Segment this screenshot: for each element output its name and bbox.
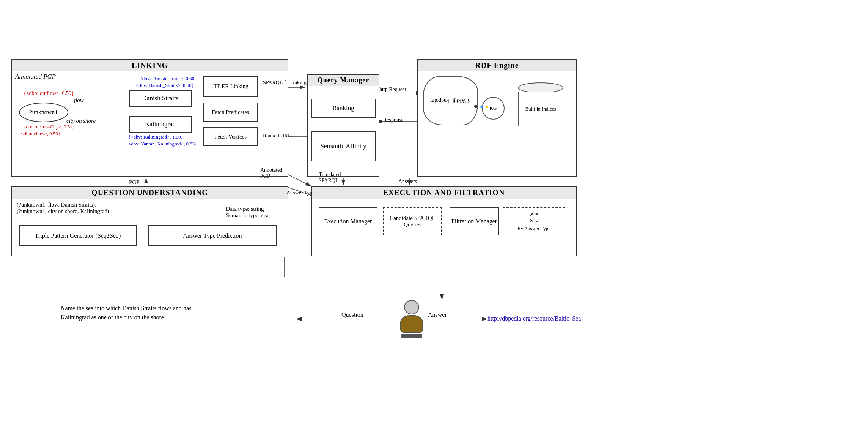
unknown1-label: ?unknown1 xyxy=(30,109,58,116)
answer-label: Answer xyxy=(428,311,447,318)
sparql-endpoint-box: SPARQL Endpoint xyxy=(423,76,478,125)
linking-title: LINKING xyxy=(12,60,288,71)
semantic-type-text: Semantic type: sea xyxy=(226,212,269,219)
jit-er-box: JIT ER Linking xyxy=(203,76,258,97)
answer-url: http://dbpedia.org/resource/Baltic_Sea xyxy=(487,315,581,322)
kaliningrad-box: Kaliningrad xyxy=(129,116,192,133)
tpg-label: Triple Pattern Generator (Seq2Seq) xyxy=(35,232,121,239)
pgp-label: PGP xyxy=(129,179,140,186)
atp-box: Answer Type Prediction xyxy=(148,225,277,246)
ranked-uris-label: Ranked URIs xyxy=(263,133,292,139)
tpg-box: Triple Pattern Generator (Seq2Seq) xyxy=(19,225,137,246)
http-request-label: http Request xyxy=(379,87,406,93)
question-label: Question xyxy=(341,311,363,318)
sparql-linking-label: SPARQL for linking xyxy=(263,80,307,86)
built-in-indices-label: Built-in Indices xyxy=(525,106,556,112)
question-text: Name the sea into which Danish Straits f… xyxy=(61,304,212,322)
unknown1-oval: ?unknown1 xyxy=(19,103,68,122)
by-answer-type-content: ✕ ≡ ✕ ≡ By Answer Type xyxy=(516,210,552,233)
dbv-kalinin-annotation: {<dbv: Kaliningrad>, 1.00,<dbv: Yantar,_… xyxy=(128,134,197,147)
kaliningrad-label: Kaliningrad xyxy=(145,120,176,128)
rdf-title: RDF Engine xyxy=(418,60,576,71)
filtration-manager-label: Filtration Manager xyxy=(451,218,497,225)
kg-label: KG xyxy=(490,105,497,111)
ranking-box: Ranking xyxy=(311,99,376,118)
translated-sparql-label: TranslatedSPARQL xyxy=(319,172,341,184)
execution-manager-label: Execution Manager xyxy=(324,218,372,225)
person-figure xyxy=(396,300,427,338)
outflow-annotation: {<dbp: outflow>, 0.59} xyxy=(24,90,74,96)
danish-straits-label: Danish Straits xyxy=(142,95,179,102)
jit-er-label: JIT ER Linking xyxy=(213,83,248,90)
by-answer-type-box: ✕ ≡ ✕ ≡ By Answer Type xyxy=(503,207,565,235)
qu-title: QUESTION UNDERSTANDING xyxy=(12,187,288,199)
response-label: Response xyxy=(383,117,404,123)
kg-dots: ● ● ● xyxy=(473,102,489,111)
qm-title: Query Manager xyxy=(308,75,379,86)
candidate-sparql-label: Candidate SPARQL Queries xyxy=(384,215,441,228)
candidate-sparql-box: Candidate SPARQL Queries xyxy=(383,207,442,235)
person-body xyxy=(400,315,423,333)
built-in-indices-cylinder: Built-in Indices xyxy=(516,80,565,129)
sparql-endpoint-label: SPARQL Endpoint xyxy=(430,98,471,104)
annotated-pgp-arrow-label: AnnotatedPGP xyxy=(260,167,282,179)
ranking-label: Ranking xyxy=(332,104,354,112)
semantic-affinity-label: Semantic Affinity xyxy=(320,142,366,150)
cylinder-body: Built-in Indices xyxy=(518,92,563,126)
cylinder-top xyxy=(518,82,563,93)
fetch-predicates-label: Fetch Predicates xyxy=(212,109,249,115)
fetch-predicates-box: Fetch Predicates xyxy=(203,103,258,122)
person-head xyxy=(404,300,419,314)
laptop-icon xyxy=(401,334,422,338)
answers-label: Answers xyxy=(398,178,417,185)
diagram-container: LINKING Annotated PGP QUESTION UNDERSTAN… xyxy=(0,0,868,428)
semantic-affinity-box: Semantic Affinity xyxy=(311,131,376,161)
flow-label: flow xyxy=(74,97,84,104)
fetch-vertices-box: Fetch Vertices xyxy=(203,127,258,146)
danish-straits-box: Danish Straits xyxy=(129,90,192,107)
execution-manager-box: Execution Manager xyxy=(319,207,377,235)
by-answer-type-label: By Answer Type xyxy=(517,226,550,232)
ef-title: EXECUTION AND FILTRATION xyxy=(312,187,576,199)
filtration-manager-box: Filtration Manager xyxy=(450,207,499,235)
dbv-danish-annotation: { <dbv: Danish_straits>, 0.60,<dbv: Dani… xyxy=(136,75,195,89)
answer-type-label: Answer Type xyxy=(286,190,315,196)
fetch-vertices-label: Fetch Vertices xyxy=(214,134,247,140)
data-type-text: Data type: string xyxy=(226,206,269,212)
nearest-city-annotation: {<dbo: nearestCity>, 0.51,<dbp: cities>,… xyxy=(21,123,74,137)
atp-label: Answer Type Prediction xyxy=(183,232,242,239)
